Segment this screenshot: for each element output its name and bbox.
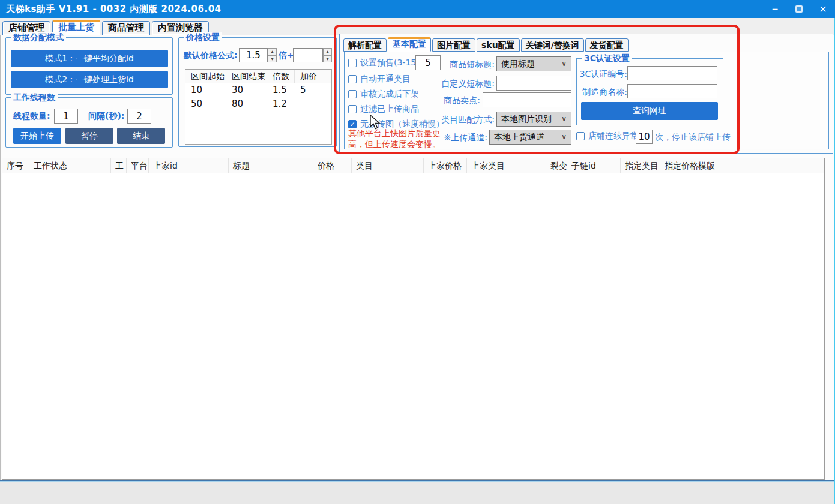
app-window: 天梯ks助手 V1.91 - 0032 内测版 2024.06.04 ─ ✕ 店… bbox=[0, 0, 835, 504]
presale-checkbox-row[interactable]: 设置预售(3-15) bbox=[348, 58, 420, 68]
auto-category-checkbox[interactable] bbox=[348, 75, 357, 83]
selling-point-input[interactable] bbox=[483, 92, 571, 107]
short-title-value: 使用标题 bbox=[501, 59, 535, 70]
close-button[interactable]: ✕ bbox=[811, 0, 835, 18]
chevron-down-icon: ∨ bbox=[561, 133, 567, 141]
lossless-checkbox[interactable]: ✓ bbox=[348, 120, 357, 128]
col-index[interactable]: 序号 bbox=[2, 158, 29, 173]
thread-count-label: 线程数量: bbox=[13, 111, 50, 122]
price-col-start[interactable]: 区间起始 bbox=[185, 70, 226, 83]
upload-channel-dropdown[interactable]: 本地上货通道 ∨ bbox=[489, 130, 571, 145]
price-table-row[interactable]: 10 30 1.5 5 bbox=[185, 83, 331, 97]
interval-input[interactable] bbox=[127, 109, 151, 124]
shop-abnormal-checkbox[interactable] bbox=[576, 132, 585, 140]
price-range-table: 区间起始 区间结束 倍数 加价 10 30 1.5 5 50 80 1.2 bbox=[185, 69, 332, 145]
col-platform[interactable]: 平台 bbox=[127, 158, 149, 173]
selling-point-label: 商品卖点: bbox=[423, 95, 480, 106]
mode1-button[interactable]: 模式1：一键平均分配id bbox=[11, 50, 168, 67]
price-group: 价格设置 默认价格公式: ▲ ▼ 倍+ ▲ ▼ 区间起始 区间结束 倍数 加价 bbox=[178, 37, 337, 147]
price-table-row[interactable]: 50 80 1.2 bbox=[185, 97, 331, 111]
maximize-icon bbox=[795, 5, 803, 13]
category-match-value: 本地图片识别 bbox=[501, 114, 552, 125]
mouse-cursor-icon bbox=[369, 115, 382, 130]
col-truncated[interactable]: 工 bbox=[111, 158, 127, 173]
manufacturer-label: 制造商名称: bbox=[578, 87, 627, 98]
price-col-markup[interactable]: 加价 bbox=[295, 70, 322, 83]
shop-abnormal-count-input[interactable] bbox=[636, 130, 653, 144]
manufacturer-input[interactable] bbox=[627, 84, 717, 98]
titlebar: 天梯ks助手 V1.91 - 0032 内测版 2024.06.04 ─ ✕ bbox=[0, 0, 835, 18]
window-controls: ─ ✕ bbox=[763, 0, 835, 18]
thread-group-title: 工作线程数 bbox=[11, 92, 58, 102]
chevron-down-icon: ∨ bbox=[561, 115, 567, 123]
mode2-button[interactable]: 模式2：一键处理上货id bbox=[11, 71, 168, 88]
price-col-end[interactable]: 区间结束 bbox=[226, 70, 267, 83]
tab-image-config[interactable]: 图片配置 bbox=[432, 38, 475, 52]
offshelf-label: 审核完成后下架 bbox=[360, 89, 419, 100]
filter-uploaded-checkbox[interactable] bbox=[348, 105, 357, 113]
price-table-header: 区间起始 区间结束 倍数 加价 bbox=[185, 70, 331, 83]
col-price[interactable]: 价格 bbox=[313, 158, 352, 173]
config-tabstrip: 解析配置 基本配置 图片配置 sku配置 关键词/替换词 发货配置 bbox=[343, 37, 630, 52]
col-work-status[interactable]: 工作状态 bbox=[29, 158, 111, 173]
custom-short-title-input[interactable] bbox=[496, 76, 571, 91]
price-formula-label: 默认价格公式: bbox=[184, 50, 238, 61]
presale-label: 设置预售(3-15) bbox=[360, 58, 420, 68]
maximize-button[interactable] bbox=[787, 0, 811, 18]
price-formula-spinner[interactable]: ▲ ▼ bbox=[268, 48, 277, 62]
multiplier-input[interactable] bbox=[293, 48, 323, 62]
auto-category-label: 自动开通类目 bbox=[360, 74, 411, 85]
minimize-icon: ─ bbox=[773, 4, 777, 14]
shop-abnormal-suffix: 次，停止该店铺上传 bbox=[655, 132, 731, 143]
col-fission-sublink-id[interactable]: 裂变_子链id bbox=[546, 158, 621, 173]
filter-uploaded-label: 过滤已上传商品 bbox=[360, 104, 419, 115]
start-upload-button[interactable]: 开始上传 bbox=[13, 128, 61, 144]
c3-cert-no-input[interactable] bbox=[627, 66, 717, 80]
offshelf-row[interactable]: 审核完成后下架 bbox=[348, 89, 419, 100]
category-match-label: 类目匹配方式: bbox=[423, 115, 495, 125]
main-tabstrip: 店铺管理 批量上货 商品管理 内置浏览器 bbox=[0, 18, 835, 35]
col-supplier-id[interactable]: 上家id bbox=[149, 158, 229, 173]
pause-button[interactable]: 暂停 bbox=[65, 128, 113, 144]
price-col-multiplier[interactable]: 倍数 bbox=[267, 70, 295, 83]
spinner-up-icon[interactable]: ▲ bbox=[268, 48, 277, 56]
tab-basic-config[interactable]: 基本配置 bbox=[388, 37, 431, 52]
short-title-dropdown[interactable]: 使用标题 ∨ bbox=[496, 56, 571, 71]
c3-cert-no-label: 3C认证编号: bbox=[578, 69, 627, 80]
tab-product-management[interactable]: 商品管理 bbox=[102, 21, 150, 35]
col-supplier-category[interactable]: 上家类目 bbox=[467, 158, 546, 173]
shop-abnormal-row[interactable]: 店铺连续异常 bbox=[576, 131, 639, 142]
spinner-down-icon[interactable]: ▼ bbox=[323, 56, 332, 63]
query-website-button[interactable]: 查询网址 bbox=[581, 102, 718, 120]
check-icon: ✓ bbox=[349, 121, 355, 128]
status-strip bbox=[0, 482, 835, 504]
price-group-title: 价格设置 bbox=[184, 32, 222, 42]
thread-group: 工作线程数 线程数量: 间隔(秒): 开始上传 暂停 结束 bbox=[5, 97, 173, 148]
filter-uploaded-row[interactable]: 过滤已上传商品 bbox=[348, 104, 419, 115]
tab-keyword-replace[interactable]: 关键词/替换词 bbox=[521, 38, 584, 52]
auto-category-row[interactable]: 自动开通类目 bbox=[348, 74, 411, 85]
category-match-dropdown[interactable]: 本地图片识别 ∨ bbox=[496, 112, 571, 127]
col-category[interactable]: 类目 bbox=[352, 158, 424, 173]
items-table-header: 序号 工作状态 工 平台 上家id 标题 价格 类目 上家价格 上家类目 裂变_… bbox=[2, 158, 824, 173]
col-supplier-price[interactable]: 上家价格 bbox=[424, 158, 467, 173]
thread-count-input[interactable] bbox=[54, 109, 78, 124]
spinner-down-icon[interactable]: ▼ bbox=[268, 56, 277, 63]
spinner-up-icon[interactable]: ▲ bbox=[323, 48, 332, 56]
tab-sku-config[interactable]: sku配置 bbox=[477, 38, 520, 52]
window-title: 天梯ks助手 V1.91 - 0032 内测版 2024.06.04 bbox=[6, 4, 222, 15]
col-title[interactable]: 标题 bbox=[229, 158, 313, 173]
minimize-button[interactable]: ─ bbox=[763, 0, 787, 18]
col-assigned-category[interactable]: 指定类目 bbox=[621, 158, 660, 173]
chevron-down-icon: ∨ bbox=[561, 59, 567, 68]
price-formula-input[interactable] bbox=[239, 48, 268, 62]
c3-cert-group: 3C认证设置 3C认证编号: 制造商名称: 查询网址 bbox=[576, 58, 723, 125]
tab-delivery-config[interactable]: 发货配置 bbox=[585, 38, 629, 52]
presale-checkbox[interactable] bbox=[348, 59, 357, 67]
multiplier-spinner[interactable]: ▲ ▼ bbox=[323, 48, 332, 62]
stop-button[interactable]: 结束 bbox=[117, 128, 165, 144]
upload-channel-value: 本地上货通道 bbox=[494, 132, 544, 143]
col-assigned-price-template[interactable]: 指定价格模版 bbox=[660, 158, 824, 173]
tab-parse-config[interactable]: 解析配置 bbox=[343, 38, 387, 52]
offshelf-checkbox[interactable] bbox=[348, 90, 357, 98]
